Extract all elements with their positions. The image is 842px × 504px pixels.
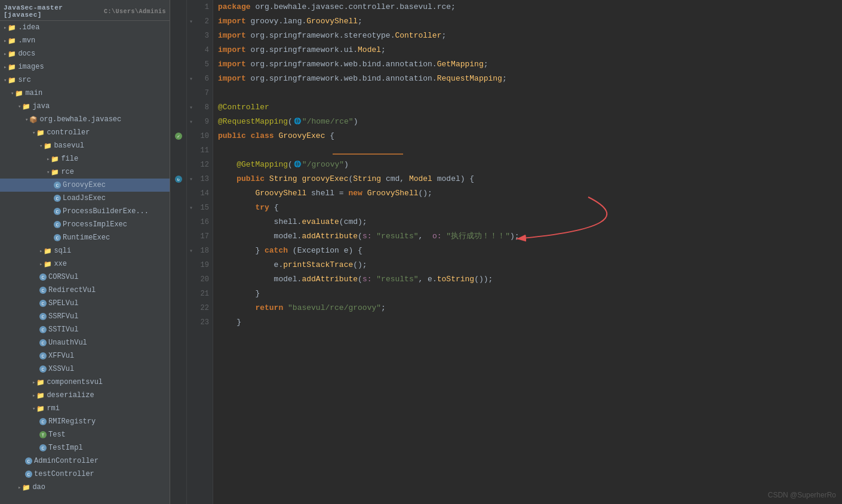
string-token: "/groovy" <box>302 158 344 172</box>
sidebar-item-controller[interactable]: ▾📁controller <box>0 126 170 139</box>
classname-token: GroovyShell <box>306 14 358 29</box>
sidebar-item-java[interactable]: ▾📁java <box>0 100 170 113</box>
fold-icon[interactable]: ▾ <box>189 75 193 82</box>
keyword-token: import <box>218 57 246 72</box>
fold-cell-11 <box>187 143 195 158</box>
url-icon: 🌐 <box>294 115 301 129</box>
sidebar-item-idea[interactable]: ▸📁.idea <box>0 21 170 34</box>
sidebar-item-RuntimeExec[interactable]: CRuntimeExec <box>0 231 170 244</box>
code-line-18: } catch (Exception e) { <box>218 244 842 258</box>
sidebar-item-mvn[interactable]: ▸📁.mvn <box>0 34 170 47</box>
classname-token: Controller <box>395 29 441 43</box>
sidebar-item-CORSVul[interactable]: CCORSVul <box>0 271 170 284</box>
line-number-9: 9 <box>195 115 213 129</box>
folder-icon: 📁 <box>44 260 52 268</box>
folder-arrow-icon: ▸ <box>39 261 42 268</box>
class-blue-icon: C <box>39 444 47 451</box>
sidebar-item-file[interactable]: ▸📁file <box>0 152 170 165</box>
code-token <box>297 172 302 186</box>
code-line-7 <box>218 86 842 100</box>
fold-icon[interactable]: ▾ <box>189 247 193 254</box>
sidebar-item-RMIRegistry[interactable]: CRMIRegistry <box>0 415 170 428</box>
sidebar-item-RedirectVul[interactable]: CRedirectVul <box>0 284 170 297</box>
gutter-cell-13: ↻ <box>170 172 186 186</box>
sidebar-item-rce[interactable]: ▾📁rce <box>0 165 170 179</box>
sidebar-item-org.bewhale.javasec[interactable]: ▾📦org.bewhale.javasec <box>0 113 170 126</box>
code-token: ( <box>288 115 293 129</box>
sidebar-item-rmi[interactable]: ▾📁rmi <box>0 402 170 415</box>
string-token: "/home/rce" <box>302 115 354 129</box>
sidebar-item-docs[interactable]: ▸📁docs <box>0 47 170 60</box>
code-token: ) <box>344 158 349 172</box>
fold-icon[interactable]: ▾ <box>189 118 193 125</box>
sidebar-item-SSTIVul[interactable]: CSSTIVul <box>0 323 170 336</box>
tree-item-label: RuntimeExec <box>63 233 110 242</box>
code-token: org.springframework.web.bind.annotation. <box>246 57 437 72</box>
string-token: "results" <box>376 229 418 244</box>
sidebar-item-main[interactable]: ▾📁main <box>0 87 170 100</box>
code-line-13: public String groovyExec(String cmd, Mod… <box>218 172 842 186</box>
code-token: org.springframework.stereotype. <box>246 29 395 43</box>
fold-gutter: ▾▾▾▾▾▾▾ <box>187 0 195 504</box>
tree-item-label: Test <box>48 431 66 439</box>
sidebar-item-ProcessBuilderExec[interactable]: CProcessBuilderExe... <box>0 205 170 218</box>
gutter-cell-23 <box>170 315 186 330</box>
sidebar-item-SSRFVul[interactable]: CSSRFVul <box>0 310 170 323</box>
classname-token: String <box>353 172 381 186</box>
tree-item-label: java <box>32 102 50 110</box>
code-token <box>246 129 251 143</box>
fold-cell-23 <box>187 315 195 330</box>
fold-icon[interactable]: ▾ <box>189 104 193 111</box>
sidebar-item-src[interactable]: ▾📁src <box>0 73 170 87</box>
sidebar-item-AdminController[interactable]: CAdminController <box>0 454 170 468</box>
sidebar-item-sqli[interactable]: ▸📁sqli <box>0 244 170 257</box>
sidebar-item-GroovyExec[interactable]: CGroovyExec <box>0 179 170 192</box>
string-token: "执行成功！！！" <box>446 229 510 244</box>
folder-arrow-icon: ▸ <box>4 38 7 44</box>
sidebar-item-testController[interactable]: CtestController <box>0 468 170 481</box>
sidebar-item-xxe[interactable]: ▸📁xxe <box>0 257 170 271</box>
fold-cell-12 <box>187 158 195 172</box>
code-token: (); <box>353 258 367 272</box>
folder-icon: 📁 <box>36 129 45 137</box>
sidebar-item-SPELVul[interactable]: CSPELVul <box>0 297 170 310</box>
line-number-1: 1 <box>195 0 213 14</box>
sidebar-item-XFFVul[interactable]: CXFFVul <box>0 349 170 362</box>
code-line-8: @Controller <box>218 100 842 115</box>
code-line-23: } <box>218 315 842 330</box>
code-line-14: GroovyShell shell = new GroovyShell(); <box>218 186 842 201</box>
fold-icon[interactable]: ▾ <box>189 204 193 211</box>
classname-token: Model <box>358 43 381 57</box>
sidebar-item-dao[interactable]: ▸📁dao <box>0 481 170 494</box>
sidebar-item-deserialize[interactable]: ▸📁deserialize <box>0 389 170 402</box>
code-line-6: import org.springframework.web.bind.anno… <box>218 72 842 86</box>
sidebar-item-componentsvul[interactable]: ▸📁componentsvul <box>0 376 170 389</box>
folder-arrow-icon: ▸ <box>18 484 21 491</box>
sidebar-item-basevul[interactable]: ▾📁basevul <box>0 139 170 152</box>
tree-item-label: RMIRegistry <box>48 417 96 426</box>
keyword-token: import <box>218 72 246 86</box>
code-token: ( <box>358 229 362 244</box>
method-token: printStackTrace <box>283 258 353 272</box>
gutter-teal-icon: ↻ <box>175 176 182 183</box>
sidebar-item-images[interactable]: ▸📁images <box>0 60 170 73</box>
sidebar-item-UnauthVul[interactable]: CUnauthVul <box>0 336 170 349</box>
sidebar-item-ProcessImplExec[interactable]: CProcessImplExec <box>0 218 170 231</box>
code-line-20: model.addAttribute(s: "results", e.toStr… <box>218 272 842 287</box>
fold-icon[interactable]: ▾ <box>189 18 193 25</box>
sidebar-item-TestImpl[interactable]: CTestImpl <box>0 441 170 454</box>
line-number-15: 15 <box>195 201 213 215</box>
class-blue-icon: C <box>54 182 61 189</box>
gutter-cell-17 <box>170 229 186 244</box>
string-token: "results" <box>376 272 418 287</box>
gutter-cell-20 <box>170 272 186 287</box>
tree-item-label: SPELVul <box>48 299 78 308</box>
sidebar-item-Test[interactable]: TTest <box>0 428 170 441</box>
code-token: model. <box>218 229 302 244</box>
sidebar-item-XSSVul[interactable]: CXSSVul <box>0 362 170 376</box>
code-content: package org.bewhale.javasec.controller.b… <box>213 0 842 504</box>
sidebar-item-LoadJsExec[interactable]: CLoadJsExec <box>0 192 170 205</box>
code-token: , <box>419 229 423 244</box>
method-token: evaluate <box>302 215 339 229</box>
fold-icon[interactable]: ▾ <box>189 176 193 183</box>
